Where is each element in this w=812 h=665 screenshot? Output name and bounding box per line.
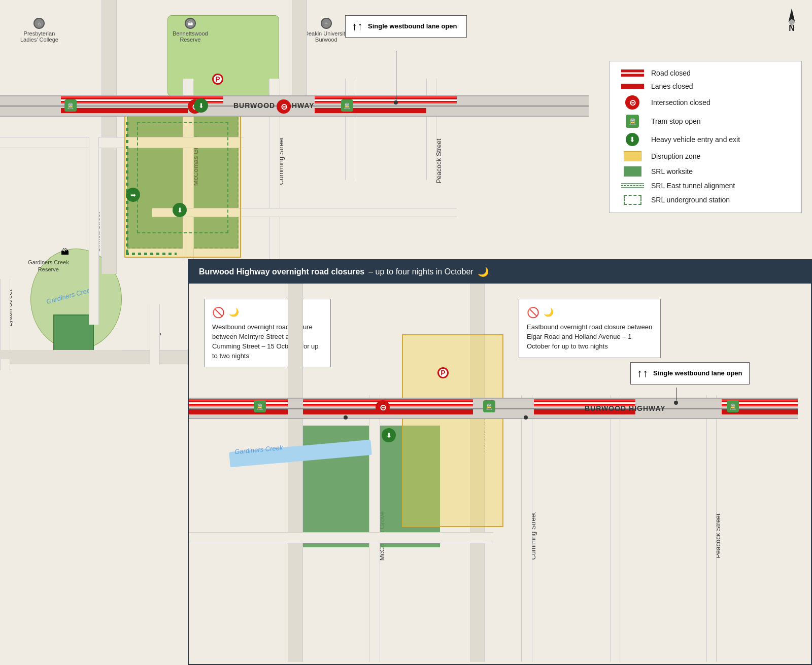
legend-road-closed-label: Road closed bbox=[651, 69, 691, 77]
legend-tunnel-icon bbox=[620, 182, 645, 189]
legend-road-closed-icon bbox=[620, 69, 645, 77]
lane-open-label-bottom: Single westbound lane open bbox=[653, 369, 742, 378]
bottom-intersection-1: ⊝ bbox=[376, 400, 390, 414]
legend-box: Road closed Lanes closed ⊝ Intersection … bbox=[609, 61, 802, 213]
keogh-street-road bbox=[150, 304, 160, 365]
lanes-closed-bar-west bbox=[61, 108, 188, 113]
north-indicator: N bbox=[782, 8, 802, 33]
legend-tram-icon: 🚊 bbox=[620, 115, 645, 128]
intersection-sign-2: ⊝ bbox=[277, 99, 291, 114]
legend-srl-worksite: SRL worksite bbox=[620, 166, 791, 177]
legend-tram-label: Tram stop open bbox=[651, 117, 701, 125]
bottom-highway-label: BURWOOD HIGHWAY bbox=[585, 404, 666, 412]
bennettswood-label: 🏔 Bennettswood Reserve bbox=[173, 18, 208, 43]
moon-icon: 🌙 bbox=[478, 266, 489, 277]
peacock-street-road bbox=[426, 79, 436, 180]
bottom-tram-1: 🚊 bbox=[254, 400, 266, 412]
eastbound-callout-icons: 🚫 🌙 bbox=[527, 305, 653, 320]
eastbound-closure-callout: 🚫 🌙 Eastbound overnight road closure bet… bbox=[519, 299, 661, 358]
info-header-suffix: – up to four nights in October bbox=[368, 267, 473, 276]
lane-open-label-top: Single westbound lane open bbox=[368, 22, 457, 31]
bottom-heavy-1: ⬇ bbox=[382, 428, 396, 442]
sinnott-street-road bbox=[89, 137, 99, 325]
heavy-sign-1: ⬇ bbox=[194, 98, 208, 113]
legend-heavy-label: Heavy vehicle entry and exit bbox=[651, 135, 740, 144]
gardiners-reserve-icon: 🏔 bbox=[61, 248, 69, 257]
bennettswood-icon: 🏔 bbox=[185, 18, 196, 29]
bottom-tram-2: 🚊 bbox=[483, 400, 495, 412]
eastbound-no-entry-icon: 🚫 bbox=[527, 305, 539, 320]
legend-heavy-vehicle: ⬇ Heavy vehicle entry and exit bbox=[620, 133, 791, 146]
legend-disruption-icon bbox=[620, 151, 645, 161]
legend-disruption-label: Disruption zone bbox=[651, 152, 700, 160]
srl-worksite-small bbox=[53, 314, 94, 355]
tunnel-alignment-h bbox=[126, 253, 177, 255]
legend-heavy-icon: ⬇ bbox=[620, 133, 645, 146]
deakin-label: ⌂ Deakin University Burwood bbox=[304, 18, 348, 43]
north-label: N bbox=[789, 24, 795, 33]
burwood-highway-label: BURWOOD HIGHWAY bbox=[233, 101, 315, 110]
map-background: ⊝ ⊝ 🚊 🚊 ⬇ ⬇ ➡ P ↑↑ Single westbound lane… bbox=[0, 0, 812, 665]
legend-worksite-label: SRL worksite bbox=[651, 167, 693, 176]
lane-open-box-bottom: ↑↑ Single westbound lane open bbox=[630, 362, 750, 384]
legend-lanes-closed-icon bbox=[620, 84, 645, 89]
eastbound-moon-icon: 🌙 bbox=[544, 307, 554, 318]
legend-intersection-label: Intersection closed bbox=[651, 98, 710, 107]
gillard-street-road bbox=[345, 79, 355, 180]
bottom-disruption bbox=[402, 334, 503, 527]
tunnel-alignment bbox=[126, 122, 128, 254]
callout-dot-1 bbox=[344, 415, 348, 419]
legend-intersection: ⊝ Intersection closed bbox=[620, 95, 791, 110]
legend-intersection-icon: ⊝ bbox=[620, 95, 645, 110]
info-box-header: Burwood Highway overnight road closures … bbox=[189, 260, 811, 284]
lane-arrows-bottom: ↑↑ bbox=[637, 367, 648, 380]
legend-underground-station: SRL underground station bbox=[620, 195, 791, 205]
tram-sign-2: 🚊 bbox=[341, 99, 353, 112]
westbound-no-entry-icon: 🚫 bbox=[212, 305, 225, 320]
westbound-closure-callout: 🚫 🌙 Westbound overnight road closure bet… bbox=[204, 299, 331, 367]
westbound-moon-icon: 🌙 bbox=[229, 307, 239, 318]
legend-tram-stop: 🚊 Tram stop open bbox=[620, 115, 791, 128]
legend-road-closed: Road closed bbox=[620, 69, 791, 77]
callout-dot-2 bbox=[524, 415, 528, 419]
eastbound-closure-text: Eastbound overnight road closure between… bbox=[527, 323, 653, 352]
holland-avenue bbox=[292, 0, 307, 112]
legend-worksite-icon bbox=[620, 166, 645, 177]
road-closed-bar-east bbox=[315, 96, 457, 103]
info-header-title: Burwood Highway overnight road closures bbox=[199, 267, 364, 276]
legend-underground-icon bbox=[620, 195, 645, 205]
bottom-road-closed-1 bbox=[189, 399, 288, 406]
legend-underground-label: SRL underground station bbox=[651, 196, 730, 204]
heavy-sign-2: ⬇ bbox=[173, 203, 187, 217]
legend-lanes-closed-label: Lanes closed bbox=[651, 82, 693, 90]
legend-lanes-closed: Lanes closed bbox=[620, 82, 791, 90]
legend-tunnel-alignment: SRL East tunnel alignment bbox=[620, 182, 791, 190]
no-parking-sign: P bbox=[212, 74, 223, 85]
presbyterian-label: ⌂ Presbyterian Ladies' College bbox=[20, 18, 58, 43]
montpellier-road-road bbox=[0, 350, 122, 359]
westbound-closure-text: Westbound overnight road closure between… bbox=[212, 323, 323, 361]
legend-disruption: Disruption zone bbox=[620, 151, 791, 161]
heavy-sign-3: ➡ bbox=[126, 188, 140, 202]
bottom-map-area: Gardiners Creek bbox=[189, 284, 811, 662]
bottom-tram-3: 🚊 bbox=[727, 400, 739, 412]
presbyterian-icon: ⌂ bbox=[33, 18, 45, 29]
gardiners-reserve-label: Gardiners Creek Reserve bbox=[28, 259, 69, 273]
lane-open-box-top: ↑↑ Single westbound lane open bbox=[345, 15, 467, 38]
lanes-closed-bar-east bbox=[315, 108, 426, 113]
bottom-info-section: Burwood Highway overnight road closures … bbox=[188, 259, 812, 665]
deakin-icon: ⌂ bbox=[321, 18, 332, 29]
srl-underground-station bbox=[137, 122, 228, 233]
tram-sign-1: 🚊 bbox=[64, 99, 77, 112]
bottom-no-parking: P bbox=[437, 367, 449, 378]
westbound-callout-icons: 🚫 🌙 bbox=[212, 305, 323, 320]
lane-arrows-top: ↑↑ bbox=[352, 20, 363, 33]
legend-tunnel-label: SRL East tunnel alignment bbox=[651, 182, 735, 190]
